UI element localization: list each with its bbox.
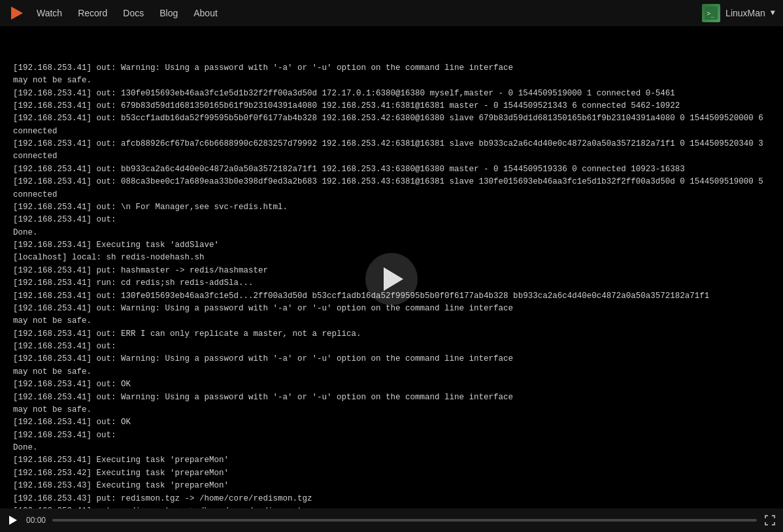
navbar-right: >_ LinuxMan ▼ [702, 4, 775, 22]
terminal-line: [192.168.253.41] out: 679b83d59d1d681350… [13, 100, 770, 112]
control-play-icon [9, 516, 17, 525]
play-overlay-icon [384, 267, 403, 291]
terminal-line: [192.168.253.41] out: 088ca3bee0c17a689e… [13, 176, 770, 201]
terminal-line: may not be safe. [13, 366, 770, 378]
site-logo[interactable] [8, 4, 26, 22]
nav-item-blog[interactable]: Blog [159, 8, 178, 19]
terminal-line: may not be safe. [13, 315, 770, 327]
terminal-line: [192.168.253.43] put: redismon.tgz -> /h… [13, 493, 770, 505]
blog-link[interactable]: Blog [159, 8, 178, 18]
terminal-line: may not be safe. [13, 404, 770, 416]
video-controls-bar: 00:00 [0, 508, 783, 532]
terminal-line: [192.168.253.41] out: b53ccf1adb16da52f9… [13, 112, 770, 138]
about-link[interactable]: About [193, 8, 218, 18]
play-overlay-button[interactable] [365, 253, 418, 305]
time-display: 00:00 [26, 516, 46, 525]
fullscreen-icon [765, 515, 775, 525]
terminal-line: may not be safe. [13, 75, 770, 87]
terminal-line: [192.168.253.41] out: OK [13, 378, 770, 391]
terminal-line: [192.168.253.41] out: ERR I can only rep… [13, 328, 770, 341]
terminal-line: Done. [13, 227, 770, 239]
terminal-line: [192.168.253.42] Executing task 'prepare… [13, 467, 770, 480]
terminal-line: [192.168.253.41] out: OK [13, 416, 770, 429]
avatar: >_ [702, 4, 720, 22]
record-link[interactable]: Record [78, 8, 107, 18]
user-dropdown-arrow[interactable]: ▼ [771, 8, 775, 18]
navbar: Watch Record Docs Blog About >_ LinuxMan… [0, 0, 783, 26]
svg-text:>_: >_ [707, 10, 715, 18]
terminal-line: [192.168.253.41] Executing task 'addSlav… [13, 239, 770, 252]
nav-item-watch[interactable]: Watch [37, 8, 62, 19]
avatar-icon: >_ [705, 7, 718, 20]
watch-link[interactable]: Watch [37, 8, 62, 18]
nav-item-record[interactable]: Record [78, 8, 107, 19]
terminal-line: [192.168.253.43] Executing task 'prepare… [13, 480, 770, 492]
control-play-button[interactable] [7, 514, 20, 527]
nav-item-docs[interactable]: Docs [123, 8, 144, 19]
terminal-line: [192.168.253.41] out: Warning: Using a p… [13, 353, 770, 365]
terminal-line: [192.168.253.41] Executing task 'prepare… [13, 454, 770, 467]
terminal-line: [192.168.253.41] out: [13, 429, 770, 442]
terminal-line: [192.168.253.41] out: Warning: Using a p… [13, 62, 770, 75]
avatar-inner: >_ [702, 4, 720, 22]
logo-play-icon [11, 7, 23, 20]
nav-links: Watch Record Docs Blog About [37, 8, 218, 19]
docs-link[interactable]: Docs [123, 8, 144, 18]
terminal-line: [192.168.253.41] out: [13, 341, 770, 353]
fullscreen-button[interactable] [763, 514, 776, 527]
terminal-line: Done. [13, 442, 770, 454]
nav-item-about[interactable]: About [193, 8, 218, 19]
terminal-line: [192.168.253.41] out: 130fe015693eb46aa3… [13, 88, 770, 100]
terminal-line: [192.168.253.41] out: [13, 214, 770, 226]
terminal-line: [192.168.253.41] out: afcb88926cf67ba7c6… [13, 138, 770, 163]
terminal-line: [192.168.253.41] out: bb933ca2a6c4d40e0c… [13, 163, 770, 176]
progress-bar[interactable] [52, 519, 757, 522]
video-player: [192.168.253.41] out: Warning: Using a p… [0, 26, 783, 532]
terminal-line: [192.168.253.41] out: Warning: Using a p… [13, 391, 770, 404]
username-label: LinuxMan [725, 8, 765, 18]
terminal-line: [192.168.253.41] out: \n For Manager,see… [13, 201, 770, 214]
